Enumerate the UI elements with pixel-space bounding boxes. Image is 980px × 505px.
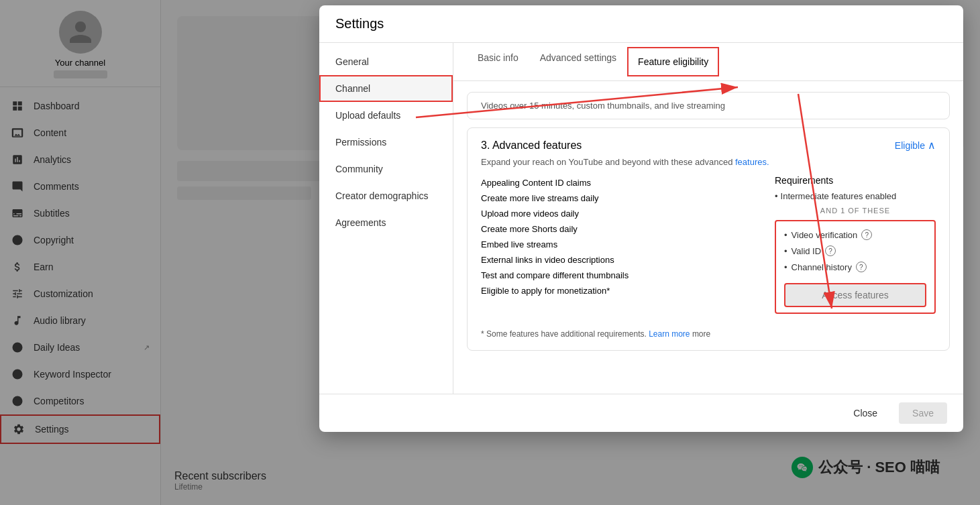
tab-advanced-settings[interactable]: Advanced settings [529,43,627,80]
note-area: * Some features have additional requirem… [468,327,949,350]
feature-section-desc: Expand your reach on YouTube and beyond … [468,157,949,175]
eligible-badge: Eligible ∧ [895,139,936,152]
modal-left-nav: General Channel Upload defaults Permissi… [319,43,453,394]
modal-nav-creator-demographics[interactable]: Creator demographics [319,182,453,209]
learn-more-link[interactable]: Learn more [649,329,692,339]
requirements-box: Requirements Intermediate features enabl… [775,175,936,314]
video-verification-help-icon[interactable]: ? [861,229,872,240]
requirements-group: Video verification ? Valid ID ? Channel … [775,220,936,314]
modal-body: General Channel Upload defaults Permissi… [319,43,963,394]
modal-nav-agreements[interactable]: Agreements [319,209,453,236]
feature-item-5: External links in video descriptions [481,252,759,268]
modal-nav-general[interactable]: General [319,48,453,75]
modal-right-content: Basic info Advanced settings Feature eli… [453,43,963,394]
req-item-video-verification: Video verification ? [784,227,926,243]
feature-item-6: Test and compare different thumbnails [481,268,759,283]
modal-nav-community[interactable]: Community [319,156,453,182]
feature-item-1: Create more live streams daily [481,190,759,206]
feature-section-title: 3. Advanced features [481,139,582,152]
features-link[interactable]: features. [735,157,769,167]
tab-basic-info[interactable]: Basic info [467,43,529,80]
prev-section-text: Videos over 15 minutes, custom thumbnail… [481,101,936,111]
feature-item-2: Upload more videos daily [481,206,759,221]
req-item-valid-id: Valid ID ? [784,243,926,259]
note-text: * Some features have additional requirem… [481,329,710,339]
save-button: Save [899,402,947,424]
feature-item-4: Embed live streams [481,237,759,252]
and-divider: AND 1 OF THESE [775,207,936,215]
modal-footer: Close Save [319,394,963,432]
modal-nav-permissions[interactable]: Permissions [319,129,453,156]
modal-header: Settings [319,5,963,43]
modal-nav-channel[interactable]: Channel [319,75,453,102]
modal-title: Settings [335,16,384,31]
tab-feature-eligibility[interactable]: Feature eligibility [627,47,719,76]
advanced-features-section: 3. Advanced features Eligible ∧ Expand y… [467,127,950,351]
feature-item-0: Appealing Content ID claims [481,175,759,190]
close-button[interactable]: Close [840,402,891,424]
feature-item-7: Eligible to apply for monetization* [481,283,759,298]
feature-section-header: 3. Advanced features Eligible ∧ [468,128,949,157]
feature-item-3: Create more Shorts daily [481,221,759,237]
modal-tabs: Basic info Advanced settings Feature eli… [453,43,963,81]
intermediate-enabled: Intermediate features enabled [775,191,936,201]
requirements-title: Requirements [775,175,936,186]
valid-id-help-icon[interactable]: ? [825,245,836,256]
req-item-channel-history: Channel history ? [784,259,926,275]
settings-modal: Settings General Channel Upload defaults… [319,5,963,432]
access-features-button[interactable]: Access features [784,283,926,307]
chevron-up-icon: ∧ [928,139,936,152]
modal-nav-upload-defaults[interactable]: Upload defaults [319,102,453,129]
feature-section-body: Appealing Content ID claims Create more … [468,175,949,327]
feature-list: Appealing Content ID claims Create more … [481,175,759,314]
channel-history-help-icon[interactable]: ? [856,262,867,272]
modal-content-area: Videos over 15 minutes, custom thumbnail… [453,81,963,370]
